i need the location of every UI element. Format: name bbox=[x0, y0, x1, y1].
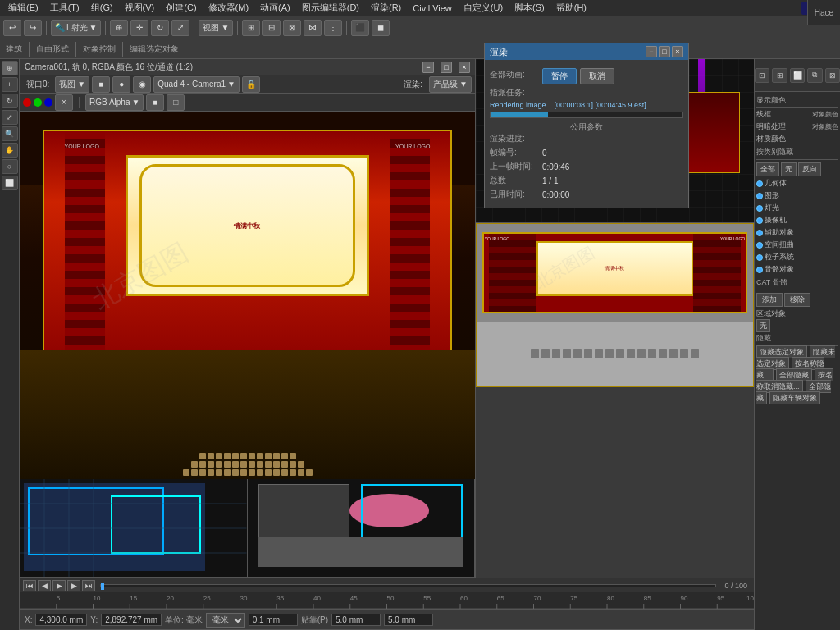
cat-remove-btn[interactable]: 移除 bbox=[784, 293, 810, 307]
menu-modifier[interactable]: 修改器(M) bbox=[203, 1, 254, 15]
vp-btn3[interactable]: ◉ bbox=[133, 76, 151, 93]
menu-tools[interactable]: 工具(T) bbox=[45, 1, 84, 15]
menu-customize[interactable]: 自定义(U) bbox=[459, 1, 508, 15]
none-btn[interactable]: 无 bbox=[781, 162, 797, 176]
move-btn[interactable]: ✛ bbox=[130, 20, 148, 36]
tl-prev[interactable]: ◀ bbox=[38, 580, 51, 591]
tool-move[interactable]: + bbox=[2, 77, 18, 92]
tl-next[interactable]: ▶ bbox=[67, 580, 80, 591]
menu-render[interactable]: 渲染(R) bbox=[366, 1, 406, 15]
vp-camera[interactable]: Quad 4 - Camera1 ▼ bbox=[153, 76, 240, 93]
shape-row[interactable]: 图形 bbox=[756, 189, 838, 202]
tool-orbit[interactable]: ○ bbox=[2, 159, 18, 174]
frame-num-row: 帧编号: 0 bbox=[490, 147, 683, 158]
menu-graph-editor[interactable]: 图示编辑器(D) bbox=[297, 1, 364, 15]
bone-radio[interactable] bbox=[756, 267, 763, 273]
tool-select[interactable]: ⊕ bbox=[2, 61, 18, 75]
menu-edit[interactable]: 编辑(E) bbox=[3, 1, 43, 15]
lights-radio[interactable] bbox=[756, 205, 763, 212]
rotate-btn[interactable]: ↻ bbox=[151, 20, 169, 36]
camera-radio[interactable] bbox=[756, 217, 763, 224]
tl-end[interactable]: ⏭ bbox=[82, 580, 95, 591]
tool-field[interactable]: ⬜ bbox=[2, 176, 18, 190]
tool-pan[interactable]: ✋ bbox=[2, 143, 18, 158]
vp-channel-btn2[interactable]: □ bbox=[167, 94, 185, 111]
vp-lock[interactable]: 🔒 bbox=[242, 76, 260, 93]
sidebar-icon-4[interactable]: ⧉ bbox=[807, 68, 822, 83]
menu-create[interactable]: 创建(C) bbox=[161, 1, 201, 15]
tl-start[interactable]: ⏮ bbox=[23, 580, 36, 591]
particle-radio[interactable] bbox=[756, 254, 763, 261]
snap2-btn[interactable]: ⊟ bbox=[262, 20, 281, 36]
view-dropdown[interactable]: 视图 ▼ bbox=[199, 20, 233, 36]
back-btn[interactable]: 反向 bbox=[798, 162, 821, 176]
stop-btn[interactable]: 暂停 bbox=[542, 68, 577, 84]
viewport-content[interactable]: 情满中秋 YOUR LOGO YOUR LOGO bbox=[20, 112, 475, 479]
viewport-close[interactable]: × bbox=[459, 62, 470, 73]
viewport-minimize[interactable]: − bbox=[422, 62, 434, 73]
sidebar-icon-2[interactable]: ⊞ bbox=[772, 68, 787, 83]
render2-btn[interactable]: ◼ bbox=[372, 20, 390, 36]
hace-label: Hace bbox=[815, 8, 833, 17]
geometry-row[interactable]: 几何体 bbox=[756, 177, 838, 189]
cat-btn[interactable]: 无 bbox=[756, 319, 770, 332]
scale-btn[interactable]: ⤢ bbox=[171, 20, 189, 36]
vp-channel-btn[interactable]: ■ bbox=[146, 94, 164, 111]
shape-radio[interactable] bbox=[756, 193, 763, 199]
mirror-btn[interactable]: ⋈ bbox=[304, 20, 322, 36]
redo-btn[interactable]: ↪ bbox=[24, 20, 42, 36]
tool-rotate[interactable]: ↻ bbox=[2, 94, 18, 108]
menu-group[interactable]: 组(G) bbox=[86, 1, 118, 15]
vp-green-dot[interactable] bbox=[34, 98, 42, 107]
snap3-btn[interactable]: ⊠ bbox=[283, 20, 301, 36]
camera-row[interactable]: 摄像机 bbox=[756, 214, 838, 226]
vp-red-dot[interactable] bbox=[23, 98, 31, 107]
tool-scale[interactable]: ⤢ bbox=[2, 110, 18, 125]
unit-select[interactable]: 毫米 bbox=[206, 613, 245, 628]
helper-radio[interactable] bbox=[756, 230, 763, 236]
vp-view-type[interactable]: 视图 ▼ bbox=[55, 76, 89, 93]
vp-blue-dot[interactable] bbox=[44, 98, 52, 107]
sidebar-icon-1[interactable]: ⊡ bbox=[755, 68, 769, 83]
all-btn[interactable]: 全部 bbox=[756, 162, 779, 176]
viewport-maximize[interactable]: □ bbox=[441, 62, 452, 73]
tl-play[interactable]: ▶ bbox=[52, 580, 66, 591]
tool-zoom[interactable]: 🔍 bbox=[2, 126, 18, 141]
render-dialog-close[interactable]: × bbox=[672, 46, 683, 57]
menu-civil-view[interactable]: Civil View bbox=[408, 2, 456, 14]
space-curve-row[interactable]: 空间扭曲 bbox=[756, 239, 838, 251]
sidebar-icon-5[interactable]: ⊠ bbox=[825, 68, 840, 83]
geometry-radio[interactable] bbox=[756, 180, 763, 187]
timeline-thumb[interactable] bbox=[101, 583, 104, 590]
sidebar-icon-3[interactable]: ⬜ bbox=[790, 68, 805, 83]
select-btn[interactable]: ⊕ bbox=[110, 20, 128, 36]
snap-btn[interactable]: ⊞ bbox=[242, 20, 260, 36]
space-curve-radio[interactable] bbox=[756, 242, 763, 249]
cancel-btn[interactable]: 取消 bbox=[580, 68, 614, 84]
small-viewport-2[interactable] bbox=[248, 479, 476, 577]
timeline-slider[interactable] bbox=[100, 584, 716, 587]
menu-script[interactable]: 脚本(S) bbox=[509, 1, 550, 15]
vp-x-btn[interactable]: × bbox=[55, 94, 73, 111]
menu-view[interactable]: 视图(V) bbox=[120, 1, 160, 15]
align-btn[interactable]: ⋮ bbox=[324, 20, 342, 36]
helper-row[interactable]: 辅助对象 bbox=[756, 226, 838, 239]
render-dialog-maximize[interactable]: □ bbox=[659, 46, 670, 57]
bone-row[interactable]: 骨骼对象 bbox=[756, 263, 838, 276]
cat-add-btn[interactable]: 添加 bbox=[756, 293, 783, 307]
vp-bottom-3d[interactable]: 情满中秋 YOUR LOGO YOUR LOGO bbox=[476, 223, 754, 387]
light-dropdown[interactable]: 🔦 L射光 ▼ bbox=[51, 20, 101, 36]
render-btn[interactable]: ⬛ bbox=[351, 20, 369, 36]
menu-animation[interactable]: 动画(A) bbox=[255, 1, 295, 15]
small-viewport-1[interactable] bbox=[20, 479, 248, 577]
particle-row[interactable]: 粒子系统 bbox=[756, 251, 838, 263]
vehicle-btn[interactable]: 隐藏车辆对象 bbox=[769, 391, 820, 404]
render-dialog-minimize[interactable]: − bbox=[646, 46, 657, 57]
vp-quality[interactable]: 产品级 ▼ bbox=[429, 76, 472, 93]
lights-row[interactable]: 灯光 bbox=[756, 202, 838, 214]
menu-help[interactable]: 帮助(H) bbox=[551, 1, 591, 15]
undo-btn[interactable]: ↩ bbox=[3, 20, 21, 36]
vp-btn2[interactable]: ● bbox=[112, 76, 130, 93]
vp-channel[interactable]: RGB Alpha ▼ bbox=[85, 94, 144, 111]
vp-btn1[interactable]: ■ bbox=[92, 76, 110, 93]
